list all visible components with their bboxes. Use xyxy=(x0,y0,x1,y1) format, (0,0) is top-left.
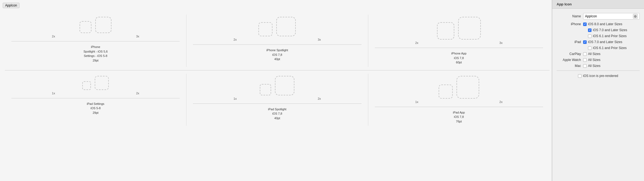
scale-label: 2x xyxy=(136,92,139,95)
iphone-ios7-item: iOS 7.0 and Later Sizes xyxy=(588,28,627,32)
applewatch-checkbox[interactable] xyxy=(583,58,587,62)
iphone-ios6-row: iOS 6.1 and Prior Sizes xyxy=(557,34,640,38)
icons-bottom-3 xyxy=(439,76,479,99)
scale-label: 2x xyxy=(234,38,237,41)
icon-placeholder xyxy=(456,76,479,99)
icon-placeholder xyxy=(458,17,481,40)
top-section: 2x 3x iPhoneSpotlight - iOS 5,6Settings … xyxy=(5,15,550,70)
scale-label: 2x xyxy=(52,35,55,38)
carplay-sizes-label: All Sizes xyxy=(588,52,600,56)
right-content: Name AppIcon ⊕ iPhone iOS 8.0 and Later … xyxy=(552,9,644,82)
iphone-ios6-item: iOS 6.1 and Prior Sizes xyxy=(588,34,627,38)
scale-row: 2x 3x xyxy=(11,35,180,38)
carplay-checkbox[interactable] xyxy=(583,52,587,56)
icons-top-3 xyxy=(437,17,481,40)
iphone-section-label: iPhone xyxy=(557,22,581,26)
icon-placeholder xyxy=(258,22,272,36)
icons-top-1 xyxy=(80,17,111,33)
scale-row: 2x 3x xyxy=(375,41,543,44)
iphone-ios6-label: iOS 6.1 and Prior Sizes xyxy=(593,34,627,38)
icon-placeholder xyxy=(437,22,454,40)
carplay-item: All Sizes xyxy=(583,52,600,56)
left-panel: AppIcon 2x 3x iPhoneSpotlight - iOS 5,6S… xyxy=(0,0,552,181)
scale-label: 1x xyxy=(234,97,237,100)
prerendered-label: iOS icon is pre-rendered xyxy=(583,74,618,78)
iphone-ios7-checkbox[interactable] xyxy=(588,28,592,32)
ipad-ios7-row: iPad iOS 7.0 and Later Sizes xyxy=(557,40,640,44)
name-stepper[interactable]: ⊕ xyxy=(633,14,638,19)
iphone-ios7-row: iOS 7.0 and Later Sizes xyxy=(557,28,640,32)
ipad-ios6-item: iOS 6.1 and Prior Sizes xyxy=(588,46,627,50)
right-panel: App Icon Name AppIcon ⊕ iPhone iOS 8.0 a… xyxy=(552,0,644,181)
mac-label: Mac xyxy=(557,64,581,68)
icon-placeholder xyxy=(95,76,109,90)
prerendered-row: iOS icon is pre-rendered xyxy=(557,74,640,78)
icon-placeholder xyxy=(276,17,296,36)
col-group-iphone-spotlight: 2x 3x iPhone SpotlightiOS 7,840pt xyxy=(186,15,368,67)
scale-label: 2x xyxy=(318,97,321,100)
ipad-ios7-label: iOS 7.0 and Later Sizes xyxy=(588,40,622,44)
icon-placeholder xyxy=(80,21,91,33)
right-panel-title: App Icon xyxy=(552,0,644,9)
col-group-iphone-spotlight-settings: 2x 3x iPhoneSpotlight - iOS 5,6Settings … xyxy=(5,15,186,67)
iphone-ios6-checkbox[interactable] xyxy=(588,34,592,38)
ipad-ios6-checkbox[interactable] xyxy=(588,46,592,50)
icon-placeholder xyxy=(260,84,271,95)
iphone-ios7-label: iOS 7.0 and Later Sizes xyxy=(593,28,627,32)
scale-label: 1x xyxy=(415,100,418,104)
section-divider xyxy=(557,70,640,71)
name-value: AppIcon xyxy=(585,14,597,18)
applewatch-label: Apple Watch xyxy=(557,58,581,62)
col-group-iphone-app: 2x 3x iPhone AppiOS 7,860pt xyxy=(368,15,550,67)
scale-label: 2x xyxy=(500,100,503,104)
name-label: Name xyxy=(557,14,581,18)
group-label: iPad AppiOS 7,876pt xyxy=(453,110,465,124)
applewatch-row: Apple Watch All Sizes xyxy=(557,58,640,62)
iphone-ios8-row: iPhone iOS 8.0 and Later Sizes xyxy=(557,22,640,26)
scale-label: 3x xyxy=(136,35,139,38)
group-label: iPhone AppiOS 7,860pt xyxy=(451,51,466,65)
applewatch-sizes-label: All Sizes xyxy=(588,58,600,62)
mac-checkbox[interactable] xyxy=(583,64,587,68)
icon-placeholder xyxy=(82,81,91,90)
iphone-ios8-checkbox[interactable] xyxy=(583,22,587,26)
bottom-section: 1x 2x iPad SettingsiOS 5-829pt 1x 2x iPa… xyxy=(5,74,550,126)
ipad-ios7-checkbox[interactable] xyxy=(583,40,587,44)
group-label: iPad SpotlightiOS 7,840pt xyxy=(268,107,287,121)
mac-item: All Sizes xyxy=(583,64,600,68)
icon-placeholder xyxy=(439,85,453,99)
mac-sizes-label: All Sizes xyxy=(588,64,600,68)
prerendered-checkbox[interactable] xyxy=(578,74,581,78)
applewatch-item: All Sizes xyxy=(583,58,600,62)
ipad-ios6-row: iOS 6.1 and Prior Sizes xyxy=(557,46,640,50)
prerendered-item: iOS icon is pre-rendered xyxy=(578,74,618,78)
iphone-ios8-label: iOS 8.0 and Later Sizes xyxy=(588,22,622,26)
icon-placeholder xyxy=(95,17,111,33)
ipad-ios7-item: iOS 7.0 and Later Sizes xyxy=(583,40,622,44)
carplay-label: CarPlay xyxy=(557,52,581,56)
main-content: 2x 3x iPhoneSpotlight - iOS 5,6Settings … xyxy=(3,12,552,128)
ipad-ios6-label: iOS 6.1 and Prior Sizes xyxy=(593,46,627,50)
scale-row: 1x 2x xyxy=(11,92,180,95)
scale-label: 3x xyxy=(318,38,321,41)
icons-bottom-1 xyxy=(82,76,109,90)
scale-label: 1x xyxy=(52,92,55,95)
col-group-ipad-spotlight: 1x 2x iPad SpotlightiOS 7,840pt xyxy=(186,74,368,126)
name-field-row: Name AppIcon ⊕ xyxy=(557,13,640,20)
name-input[interactable]: AppIcon ⊕ xyxy=(583,13,640,20)
mac-row: Mac All Sizes xyxy=(557,64,640,68)
appicon-label: AppIcon xyxy=(3,3,19,8)
icons-bottom-2 xyxy=(260,76,294,95)
group-label: iPhone SpotlightiOS 7,840pt xyxy=(266,48,288,62)
carplay-row: CarPlay All Sizes xyxy=(557,52,640,56)
scale-row: 1x 2x xyxy=(193,97,361,100)
col-group-ipad-app: 1x 2x iPad AppiOS 7,876pt xyxy=(368,74,550,126)
scale-row: 2x 3x xyxy=(193,38,361,41)
iphone-ios8-item: iOS 8.0 and Later Sizes xyxy=(583,22,622,26)
icon-placeholder xyxy=(275,76,294,95)
group-label: iPhoneSpotlight - iOS 5,6Settings - iOS … xyxy=(84,45,108,63)
group-label: iPad SettingsiOS 5-829pt xyxy=(87,102,104,115)
scale-row: 1x 2x xyxy=(375,100,543,104)
scale-label: 3x xyxy=(500,41,503,44)
scale-label: 2x xyxy=(415,41,418,44)
